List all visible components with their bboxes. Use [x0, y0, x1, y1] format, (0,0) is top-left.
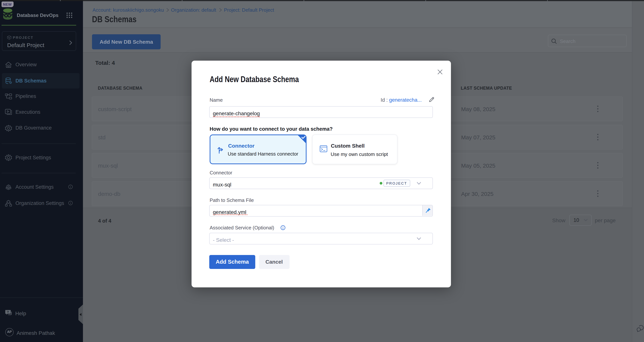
svg-text:?: ? — [7, 310, 9, 314]
